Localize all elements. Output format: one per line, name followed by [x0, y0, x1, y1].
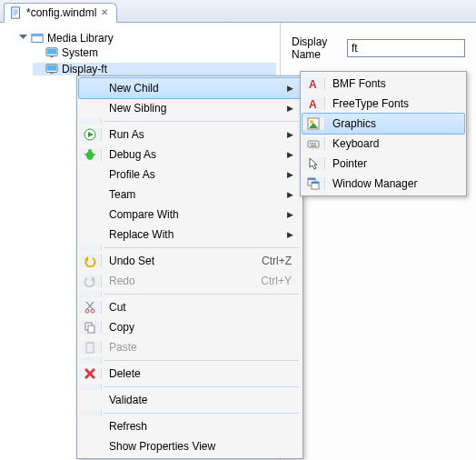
menu-separator [79, 245, 301, 251]
collapse-icon[interactable] [18, 34, 27, 43]
file-icon [10, 6, 23, 19]
menu-item-show-properties[interactable]: Show Properties View [79, 436, 301, 456]
menu-item-replace-with[interactable]: Replace With ▶ [79, 225, 301, 245]
menu-item-cut[interactable]: Cut [79, 297, 301, 317]
menu-shortcut: Ctrl+Y [261, 275, 301, 287]
svg-text:A: A [309, 78, 317, 90]
menu-item-undo-set[interactable]: Undo Set Ctrl+Z [79, 251, 301, 271]
svg-rect-46 [312, 182, 319, 184]
redo-icon [84, 275, 96, 287]
svg-rect-10 [50, 56, 54, 58]
menu-item-run-as[interactable]: Run As ▶ [79, 125, 301, 145]
submenu-arrow-icon: ▶ [284, 170, 301, 179]
tree-item-display-ft[interactable]: Display-ft [33, 63, 276, 75]
svg-line-25 [86, 302, 93, 309]
menu-label: Undo Set [102, 255, 262, 267]
screen-icon [45, 63, 58, 75]
svg-text:A: A [309, 98, 317, 110]
svg-rect-41 [311, 145, 316, 146]
close-icon[interactable]: ✕ [100, 8, 109, 17]
menu-item-validate[interactable]: Validate [79, 390, 301, 410]
submenu-item-freetype-fonts[interactable]: A FreeType Fonts [302, 94, 464, 114]
svg-line-24 [87, 302, 94, 309]
svg-rect-12 [47, 65, 57, 71]
submenu-item-window-manager[interactable]: Window Manager [302, 174, 464, 194]
submenu-arrow-icon: ▶ [284, 150, 301, 159]
menu-separator [79, 118, 301, 125]
submenu-arrow-icon: ▶ [284, 190, 301, 199]
menu-shortcut: Ctrl+Z [262, 255, 301, 267]
svg-point-23 [91, 309, 94, 313]
undo-icon [84, 255, 96, 267]
submenu-new-child: A BMF Fonts A FreeType Fonts Graphics [300, 71, 467, 196]
svg-rect-4 [14, 15, 17, 15]
svg-marker-5 [19, 35, 27, 39]
window-icon [307, 177, 320, 190]
tree-label: Media Library [47, 32, 114, 45]
menu-label: New Child [102, 82, 284, 95]
svg-rect-28 [86, 343, 94, 353]
submenu-item-bmf-fonts[interactable]: A BMF Fonts [302, 74, 464, 94]
submenu-arrow-icon: ▶ [284, 84, 301, 93]
submenu-item-graphics[interactable]: Graphics [302, 113, 465, 135]
menu-label: Compare With [102, 208, 284, 221]
menu-separator [79, 384, 301, 390]
menu-label: Replace With [102, 228, 284, 241]
submenu-item-pointer[interactable]: Pointer [302, 154, 464, 174]
scissors-icon [84, 301, 96, 314]
menu-separator [79, 291, 301, 297]
font-icon: A [307, 97, 320, 110]
menu-item-compare-with[interactable]: Compare With ▶ [79, 205, 301, 225]
svg-marker-42 [310, 158, 317, 169]
svg-rect-38 [310, 143, 312, 145]
display-name-input[interactable] [347, 39, 465, 57]
tree-item-system[interactable]: System [33, 46, 276, 59]
menu-label: Team [102, 188, 284, 201]
svg-rect-13 [50, 73, 54, 75]
submenu-arrow-icon: ▶ [284, 230, 301, 239]
play-icon [84, 128, 96, 141]
bug-icon [84, 148, 96, 161]
pointer-icon [307, 157, 320, 170]
submenu-arrow-icon: ▶ [284, 130, 301, 139]
menu-label: BMF Fonts [325, 77, 464, 90]
menu-item-paste: Paste [79, 337, 301, 357]
delete-icon [84, 368, 95, 379]
menu-label: Copy [102, 321, 301, 334]
submenu-arrow-icon: ▶ [284, 104, 301, 113]
menu-label: Pointer [325, 157, 464, 170]
svg-rect-44 [308, 178, 315, 180]
tab-title: *config.windml [26, 6, 96, 19]
svg-rect-39 [312, 143, 314, 145]
menu-item-debug-as[interactable]: Debug As ▶ [79, 145, 301, 165]
menu-separator [79, 357, 301, 364]
tree: Media Library System [4, 30, 276, 79]
svg-rect-1 [14, 10, 18, 11]
copy-icon [84, 321, 96, 334]
menu-item-delete[interactable]: Delete [79, 364, 301, 384]
svg-rect-40 [314, 143, 316, 145]
menu-label: Validate [102, 394, 301, 406]
menu-label: Keyboard [325, 137, 464, 150]
library-icon [31, 32, 44, 45]
svg-point-17 [88, 149, 92, 153]
submenu-item-keyboard[interactable]: Keyboard [302, 134, 464, 154]
tree-item-media-library[interactable]: Media Library [18, 32, 276, 45]
tree-label: Display-ft [62, 63, 107, 75]
svg-rect-29 [88, 342, 92, 344]
menu-item-new-child[interactable]: New Child ▶ [78, 77, 302, 99]
menu-item-refresh[interactable]: Refresh [79, 416, 301, 436]
menu-item-team[interactable]: Team ▶ [79, 185, 301, 205]
svg-rect-3 [14, 13, 18, 14]
menu-item-new-sibling[interactable]: New Sibling ▶ [79, 98, 301, 118]
menu-label: Redo [102, 275, 261, 287]
screen-icon [45, 46, 58, 59]
menu-item-profile-as[interactable]: Profile As ▶ [79, 165, 301, 185]
editor-tab-config-windml[interactable]: *config.windml ✕ [4, 3, 117, 23]
menu-label: New Sibling [102, 102, 284, 115]
menu-label: Graphics [325, 117, 464, 130]
menu-item-copy[interactable]: Copy [79, 317, 301, 337]
menu-item-redo: Redo Ctrl+Y [79, 271, 301, 291]
keyboard-icon [307, 137, 320, 150]
graphics-icon [307, 117, 320, 130]
